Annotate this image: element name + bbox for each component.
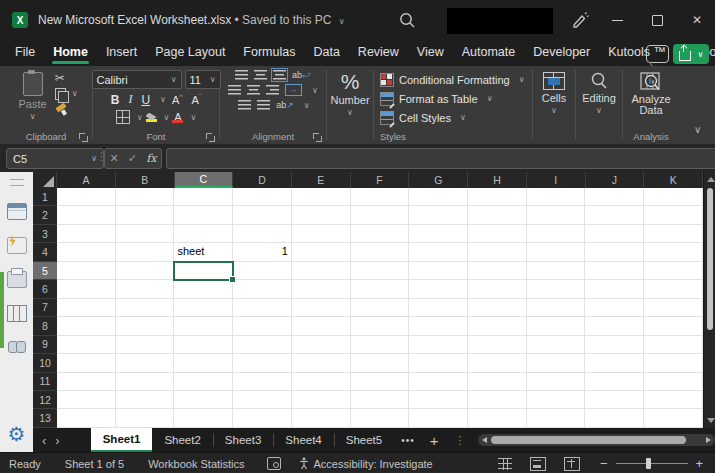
page-break-view-icon[interactable] — [564, 457, 580, 471]
close-button[interactable]: ✕ — [680, 0, 714, 40]
cell-e1[interactable] — [292, 188, 351, 206]
increase-indent-icon[interactable] — [257, 100, 270, 110]
cell-j10[interactable] — [585, 354, 644, 372]
cell-i5[interactable] — [527, 262, 586, 280]
page-layout-view-icon[interactable] — [530, 457, 546, 471]
cell-j8[interactable] — [585, 317, 644, 335]
menu-tab-review[interactable]: Review — [349, 41, 408, 65]
underline-button[interactable]: U — [138, 93, 153, 107]
align-center-icon[interactable] — [247, 85, 260, 95]
paste-button[interactable]: Paste ∨ — [15, 70, 51, 123]
sheet-tab-sheet5[interactable]: Sheet5 — [334, 428, 394, 452]
cell-c11[interactable] — [174, 373, 233, 391]
grow-font-button[interactable]: A^ — [169, 93, 186, 106]
cell-styles-button[interactable]: Cell Styles ∨ — [380, 108, 466, 127]
insert-function-icon[interactable]: fx — [146, 152, 156, 165]
cell-d11[interactable] — [233, 373, 292, 391]
cut-button[interactable]: ✂ — [55, 72, 78, 84]
sheet-tab-sheet3[interactable]: Sheet3 — [213, 428, 273, 452]
column-header-d[interactable]: D — [233, 172, 292, 188]
cell-d6[interactable] — [233, 280, 292, 298]
analyze-data-button[interactable]: Analyze Data — [623, 70, 679, 118]
cancel-entry-icon[interactable]: ✕ — [110, 152, 119, 165]
cell-a12[interactable] — [57, 391, 116, 409]
scroll-down-icon[interactable] — [707, 418, 715, 423]
cell-k4[interactable] — [644, 243, 703, 261]
cell-g4[interactable] — [409, 243, 468, 261]
next-sheet-icon[interactable]: › — [55, 433, 68, 448]
cell-e2[interactable] — [292, 206, 351, 224]
row-header-7[interactable]: 7 — [33, 299, 57, 317]
cell-k6[interactable] — [644, 280, 703, 298]
cell-f5[interactable] — [351, 262, 410, 280]
cell-g8[interactable] — [409, 317, 468, 335]
cell-c1[interactable] — [174, 188, 233, 206]
horizontal-scroll-thumb[interactable] — [491, 436, 686, 444]
cell-e12[interactable] — [292, 391, 351, 409]
cell-g11[interactable] — [409, 373, 468, 391]
cell-c6[interactable] — [174, 280, 233, 298]
cell-j9[interactable] — [585, 336, 644, 354]
cell-g10[interactable] — [409, 354, 468, 372]
cell-k3[interactable] — [644, 225, 703, 243]
scroll-up-icon[interactable] — [707, 177, 715, 182]
collapse-ribbon-icon[interactable]: ∨ — [694, 124, 701, 135]
cell-a5[interactable] — [57, 262, 116, 280]
align-middle-icon[interactable] — [254, 70, 267, 80]
cell-e3[interactable] — [292, 225, 351, 243]
format-as-table-button[interactable]: Format as Table ∨ — [380, 89, 493, 108]
sheet-tab-sheet2[interactable]: Sheet2 — [152, 428, 212, 452]
cell-b7[interactable] — [116, 299, 175, 317]
cell-e10[interactable] — [292, 354, 351, 372]
row-header-9[interactable]: 9 — [33, 336, 57, 354]
bold-button[interactable]: B — [108, 93, 123, 107]
cell-d1[interactable] — [233, 188, 292, 206]
cell-j3[interactable] — [585, 225, 644, 243]
workbook-sheet-pane-icon[interactable] — [7, 203, 27, 220]
cell-g7[interactable] — [409, 299, 468, 317]
cell-b9[interactable] — [116, 336, 175, 354]
cell-j12[interactable] — [585, 391, 644, 409]
cell-e4[interactable] — [292, 243, 351, 261]
zoom-slider[interactable] — [616, 463, 688, 464]
orientation-button[interactable]: ab↗ — [276, 100, 294, 110]
cell-c7[interactable] — [174, 299, 233, 317]
cell-a13[interactable] — [57, 409, 116, 427]
document-title[interactable]: New Microsoft Excel Worksheet.xlsx • Sav… — [38, 13, 345, 27]
row-header-10[interactable]: 10 — [33, 354, 57, 372]
workbook-statistics-button[interactable]: Workbook Statistics — [136, 458, 256, 470]
menu-tab-view[interactable]: View — [408, 41, 453, 65]
cell-b1[interactable] — [116, 188, 175, 206]
cell-e8[interactable] — [292, 317, 351, 335]
normal-view-icon[interactable] — [498, 458, 512, 470]
cell-h10[interactable] — [468, 354, 527, 372]
cell-f8[interactable] — [351, 317, 410, 335]
cell-e6[interactable] — [292, 280, 351, 298]
menu-tab-page-layout[interactable]: Page Layout — [146, 41, 234, 65]
cell-i13[interactable] — [527, 409, 586, 427]
borders-chevron-icon[interactable]: ∨ — [137, 113, 143, 122]
cell-c10[interactable] — [174, 354, 233, 372]
row-header-12[interactable]: 12 — [33, 391, 57, 409]
cell-i9[interactable] — [527, 336, 586, 354]
name-box[interactable]: C5 ∨ — [6, 148, 104, 169]
cell-f10[interactable] — [351, 354, 410, 372]
cell-k11[interactable] — [644, 373, 703, 391]
column-header-j[interactable]: J — [586, 172, 645, 188]
cell-e11[interactable] — [292, 373, 351, 391]
cell-b8[interactable] — [116, 317, 175, 335]
cell-g5[interactable] — [409, 262, 468, 280]
scroll-right-icon[interactable] — [706, 437, 711, 443]
previous-sheet-icon[interactable]: ‹ — [33, 433, 55, 448]
ink-pen-icon[interactable] — [570, 11, 590, 29]
cell-h4[interactable] — [468, 243, 527, 261]
cell-f12[interactable] — [351, 391, 410, 409]
font-dialog-launcher-icon[interactable] — [206, 133, 215, 142]
align-bottom-icon[interactable] — [273, 70, 286, 80]
number-group-button[interactable]: % Number ∨ — [326, 70, 373, 119]
cell-b4[interactable] — [116, 243, 175, 261]
sheet-tab-sheet1[interactable]: Sheet1 — [91, 428, 153, 452]
cell-g6[interactable] — [409, 280, 468, 298]
row-header-8[interactable]: 8 — [33, 317, 57, 335]
cell-j2[interactable] — [585, 206, 644, 224]
